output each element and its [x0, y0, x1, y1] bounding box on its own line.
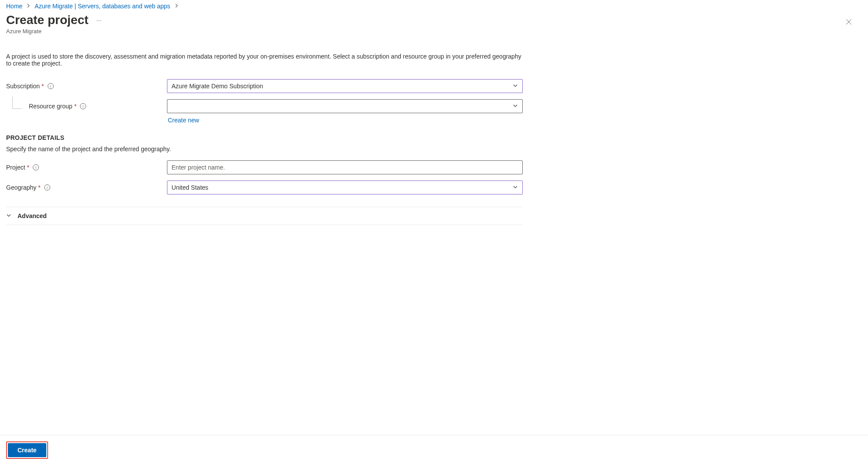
chevron-down-icon [513, 83, 518, 90]
create-button[interactable]: Create [8, 443, 46, 457]
resource-group-select[interactable] [167, 99, 523, 113]
chevron-down-icon [513, 103, 518, 110]
breadcrumb-azure-migrate[interactable]: Azure Migrate | Servers, databases and w… [35, 3, 170, 10]
create-new-link-row: Create new [6, 117, 523, 124]
geography-select[interactable]: United States [167, 180, 523, 194]
geography-label: Geography [6, 184, 36, 191]
create-button-highlight: Create [6, 441, 48, 459]
footer-bar: Create [0, 435, 868, 465]
close-button[interactable] [843, 16, 855, 30]
project-details-heading: PROJECT DETAILS [6, 134, 523, 141]
page-header: Create project ··· Azure Migrate [0, 10, 868, 35]
project-name-input[interactable] [167, 160, 523, 174]
advanced-accordion[interactable]: Advanced [6, 207, 523, 225]
chevron-down-icon [513, 184, 518, 191]
indent-elbow-icon [12, 97, 22, 109]
project-label: Project [6, 164, 25, 171]
info-icon[interactable]: i [33, 164, 39, 170]
required-indicator: * [27, 164, 29, 171]
info-icon[interactable]: i [80, 103, 86, 109]
intro-text: A project is used to store the discovery… [6, 53, 523, 67]
subscription-row: Subscription * i Azure Migrate Demo Subs… [6, 79, 523, 93]
subscription-label: Subscription [6, 83, 40, 90]
form-content: A project is used to store the discovery… [0, 35, 529, 225]
required-indicator: * [42, 83, 44, 90]
chevron-right-icon [26, 3, 31, 9]
resource-group-label: Resource group [29, 103, 73, 110]
project-row: Project * i [6, 160, 523, 174]
more-actions-icon[interactable]: ··· [96, 17, 101, 24]
geography-value: United States [172, 184, 208, 191]
subscription-select[interactable]: Azure Migrate Demo Subscription [167, 79, 523, 93]
required-indicator: * [74, 103, 76, 110]
breadcrumb: Home Azure Migrate | Servers, databases … [0, 0, 868, 10]
subscription-value: Azure Migrate Demo Subscription [172, 83, 263, 90]
close-icon [845, 19, 852, 27]
advanced-label: Advanced [17, 212, 47, 219]
project-details-desc: Specify the name of the project and the … [6, 146, 523, 153]
page-title: Create project [6, 13, 88, 27]
breadcrumb-home[interactable]: Home [6, 3, 22, 10]
required-indicator: * [38, 184, 40, 191]
page-subtitle: Azure Migrate [6, 28, 101, 35]
resource-group-row: Resource group * i [6, 99, 523, 113]
chevron-down-icon [6, 213, 11, 219]
info-icon[interactable]: i [48, 83, 54, 89]
create-new-link[interactable]: Create new [168, 117, 199, 124]
chevron-right-icon [174, 3, 179, 9]
geography-row: Geography * i United States [6, 180, 523, 194]
info-icon[interactable]: i [44, 184, 50, 191]
